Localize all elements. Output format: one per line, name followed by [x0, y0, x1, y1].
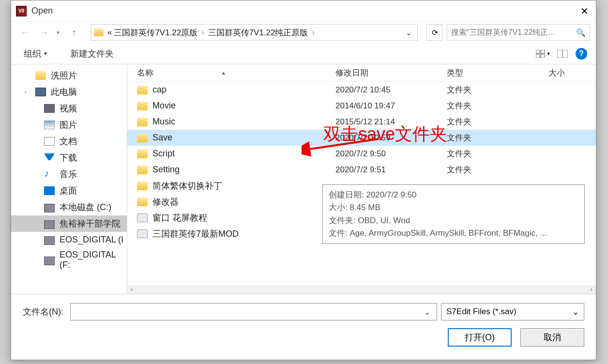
sidebar-item-label: EOS_DIGITAL (I [60, 235, 123, 245]
new-folder-button[interactable]: 新建文件夹 [66, 46, 118, 61]
view-options-button[interactable]: ▼ [535, 46, 551, 61]
horizontal-scrollbar[interactable]: ‹ › [127, 285, 596, 294]
sidebar-item[interactable]: ›此电脑 [11, 84, 127, 100]
sidebar-item[interactable]: 本地磁盘 (C:) [11, 199, 127, 215]
pic-icon [44, 121, 55, 129]
sidebar-item[interactable]: 洗照片 [11, 67, 127, 84]
file-type-filter[interactable]: S7Edit Files (*.sav) ⌄ [441, 303, 584, 320]
sidebar-item-label: 文档 [60, 136, 77, 147]
column-name[interactable]: 名称▲ [137, 67, 335, 78]
file-name: cap [152, 85, 335, 95]
file-date: 2020/7/2 9:51 [335, 165, 447, 175]
doc-icon [44, 137, 55, 146]
bottom-panel: 文件名(N): ⌄ S7Edit Files (*.sav) ⌄ 打开(O) 取… [11, 294, 596, 355]
forward-button[interactable]: → [36, 25, 52, 40]
open-button[interactable]: 打开(O) [448, 328, 512, 347]
sidebar-item[interactable]: 下载 [11, 150, 127, 166]
sidebar-item-label: 焦裕禄干部学院 [60, 218, 121, 229]
file-name: 简体繁体切换补丁 [152, 180, 335, 192]
url-icon [137, 229, 148, 238]
filename-input[interactable]: ⌄ [70, 303, 437, 320]
sidebar-item[interactable]: ♪音乐 [11, 166, 127, 182]
file-row[interactable]: Movie2014/6/10 19:47文件夹 [127, 98, 596, 114]
sidebar-item[interactable]: 图片 [11, 117, 127, 133]
file-type: 文件夹 [447, 132, 548, 143]
folder-icon [137, 166, 148, 174]
folder-icon [137, 197, 148, 206]
column-size[interactable]: 大小 [548, 67, 565, 78]
url-icon [137, 213, 148, 222]
sidebar-item[interactable]: EOS_DIGITAL (F: [11, 247, 127, 273]
music-icon: ♪ [44, 170, 55, 179]
svg-rect-3 [541, 54, 545, 58]
folder-icon [35, 71, 46, 80]
file-name: Setting [152, 165, 335, 175]
breadcrumb-overflow[interactable]: « [106, 27, 113, 38]
disk-icon [44, 257, 55, 265]
file-type: 文件夹 [447, 116, 548, 127]
file-row[interactable]: Music2015/5/12 21:14文件夹 [127, 114, 596, 130]
back-button[interactable]: ← [17, 25, 32, 40]
folder-icon [137, 150, 148, 158]
sidebar-item-label: 图片 [60, 119, 77, 131]
column-date[interactable]: 修改日期 [335, 67, 447, 78]
refresh-icon: ⟳ [432, 28, 438, 37]
history-dropdown[interactable]: ▼ [56, 30, 61, 35]
file-type: 文件夹 [447, 84, 548, 95]
sort-asc-icon: ▲ [221, 70, 226, 76]
preview-pane-icon [557, 50, 568, 58]
expand-icon: › [25, 89, 27, 95]
scroll-right-icon: › [587, 286, 596, 293]
cancel-button[interactable]: 取消 [520, 328, 584, 347]
address-bar[interactable]: « 三国群英传7V1.22原版 › 三国群英传7V1.22纯正原版 › ⌄ [91, 24, 418, 41]
chevron-down-icon: ▼ [43, 51, 48, 56]
close-button[interactable]: ✕ [573, 0, 596, 22]
view-list-icon [536, 50, 546, 58]
sidebar-item[interactable]: 文档 [11, 133, 127, 150]
folder-icon [137, 102, 148, 110]
sidebar: 洗照片›此电脑视频图片文档下载♪音乐桌面本地磁盘 (C:)焦裕禄干部学院EOS_… [11, 64, 127, 294]
organize-menu[interactable]: 组织▼ [20, 46, 52, 61]
breadcrumb-seg-1[interactable]: 三国群英传7V1.22原版 [113, 26, 198, 39]
file-date: 2020/7/2 10:45 [335, 85, 447, 95]
svg-rect-1 [541, 50, 545, 53]
column-type[interactable]: 类型 [447, 67, 548, 78]
refresh-button[interactable]: ⟳ [426, 24, 443, 41]
search-box[interactable]: 🔍 [447, 24, 590, 41]
toolbar: 组织▼ 新建文件夹 ▼ ? [11, 43, 596, 64]
file-name: 窗口 花屏教程 [152, 212, 335, 224]
breadcrumb-seg-2[interactable]: 三国群英传7V1.22纯正原版 [207, 26, 309, 39]
search-input[interactable] [451, 28, 576, 37]
sidebar-item-label: 音乐 [60, 168, 77, 180]
disk-icon [44, 204, 55, 212]
sidebar-item[interactable]: EOS_DIGITAL (I [11, 232, 127, 247]
chevron-down-icon[interactable]: ⌄ [421, 307, 433, 317]
file-type: 文件夹 [447, 164, 548, 175]
preview-pane-button[interactable] [554, 46, 571, 61]
chevron-down-icon: ⌄ [572, 307, 579, 317]
sidebar-item[interactable]: 视频 [11, 100, 127, 117]
pc-icon [35, 88, 46, 96]
sidebar-item-label: 洗照片 [51, 70, 77, 81]
scroll-left-icon: ‹ [127, 286, 136, 293]
up-button[interactable]: ↑ [66, 25, 82, 40]
open-file-dialog: VII Open ✕ ← → ▼ ↑ « 三国群英传7V1.22原版 › 三国群… [11, 0, 596, 360]
file-row[interactable]: cap2020/7/2 10:45文件夹 [127, 82, 596, 98]
chevron-down-icon: ▼ [547, 51, 551, 56]
sidebar-item-label: 下载 [60, 152, 77, 164]
sidebar-item[interactable]: 桌面 [11, 182, 127, 199]
file-list-area: 名称▲ 修改日期 类型 大小 cap2020/7/2 10:45文件夹Movie… [127, 64, 596, 294]
file-row[interactable]: Script2020/7/2 9:50文件夹 [127, 146, 596, 162]
file-row[interactable]: Setting2020/7/2 9:51文件夹 [127, 162, 596, 178]
file-name: Save [152, 133, 335, 143]
file-date: 2014/6/10 19:47 [335, 101, 447, 111]
file-row[interactable]: Save2020/7/2 10:59文件夹 [127, 130, 596, 146]
address-dropdown[interactable]: ⌄ [403, 28, 414, 37]
sidebar-item-label: 视频 [60, 103, 77, 114]
help-button[interactable]: ? [576, 48, 587, 60]
titlebar: VII Open ✕ [11, 0, 596, 22]
folder-icon [137, 182, 148, 190]
column-headers: 名称▲ 修改日期 类型 大小 [127, 64, 596, 82]
chevron-right-icon: › [309, 28, 317, 37]
sidebar-item[interactable]: 焦裕禄干部学院 [11, 215, 127, 232]
